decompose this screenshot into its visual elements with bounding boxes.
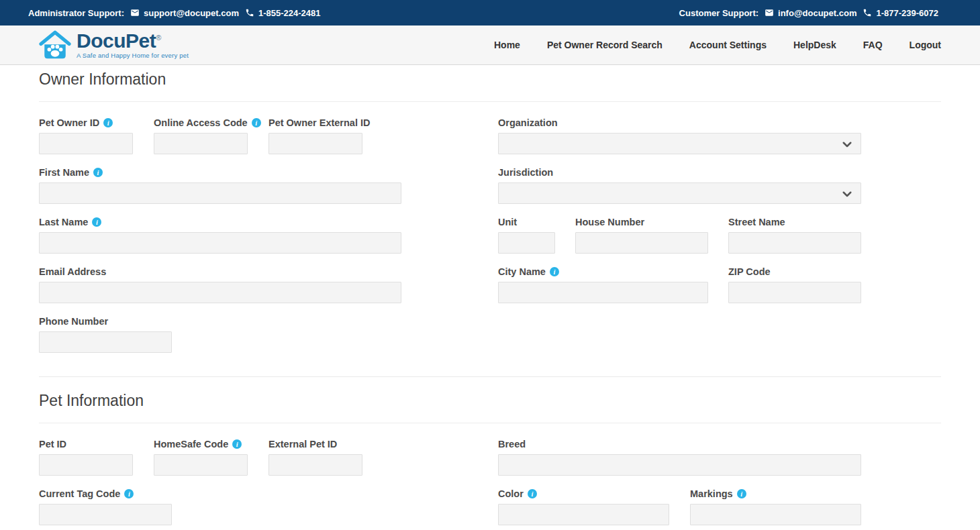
breed-label-text: Breed: [498, 439, 526, 449]
pet-owner-id-input[interactable]: [39, 133, 133, 154]
info-circle-icon[interactable]: i: [737, 489, 746, 498]
online-access-code-label: Online Access Code i: [154, 117, 248, 129]
homesafe-code-input[interactable]: [154, 454, 248, 476]
field-pet-owner-id: Pet Owner ID i: [39, 117, 133, 154]
pet-row-ids: Pet ID HomeSafe Code i External Pet ID: [39, 438, 941, 476]
external-pet-id-label-text: External Pet ID: [268, 439, 337, 449]
house-number-input[interactable]: [575, 232, 708, 254]
main-content: Owner Information Pet Owner ID i Online …: [0, 65, 980, 525]
info-circle-icon[interactable]: i: [92, 217, 101, 227]
pet-owner-id-label: Pet Owner ID i: [39, 117, 133, 129]
nav-faq[interactable]: FAQ: [863, 40, 883, 50]
owner-information-title: Owner Information: [39, 65, 941, 102]
unit-label: Unit: [498, 216, 555, 228]
house-number-label: House Number: [575, 216, 708, 228]
admin-support-label: Administrator Support:: [28, 8, 124, 18]
info-circle-icon[interactable]: i: [124, 489, 134, 498]
admin-support-email-link[interactable]: support@docupet.com: [130, 8, 239, 18]
online-access-code-label-text: Online Access Code: [154, 117, 248, 128]
info-circle-icon[interactable]: i: [103, 118, 113, 127]
nav-account-settings[interactable]: Account Settings: [689, 40, 767, 50]
pet-color-markings-fields: Color i Markings i: [498, 488, 861, 525]
markings-label: Markings i: [690, 488, 861, 500]
customer-support-email: info@docupet.com: [778, 8, 856, 18]
current-tag-code-input[interactable]: [39, 504, 172, 525]
customer-support-phone: 1-877-239-6072: [876, 8, 938, 18]
pet-id-input[interactable]: [39, 454, 133, 476]
color-label-text: Color: [498, 488, 524, 499]
phone-number-label-text: Phone Number: [39, 316, 108, 327]
info-circle-icon[interactable]: i: [232, 439, 242, 449]
chevron-down-icon: [841, 188, 853, 200]
owner-information-form: Pet Owner ID i Online Access Code i Pet …: [39, 102, 941, 353]
phone-icon: [863, 8, 872, 17]
customer-support-label: Customer Support:: [679, 8, 758, 18]
jurisdiction-select[interactable]: [498, 182, 861, 204]
customer-support-email-link[interactable]: info@docupet.com: [765, 8, 856, 18]
main-nav: Home Pet Owner Record Search Account Set…: [494, 40, 941, 50]
pet-row-tag-color: Current Tag Code i Color i Markings i: [39, 488, 941, 525]
pet-id-label: Pet ID: [39, 438, 133, 450]
field-city-name: City Name i: [498, 266, 708, 303]
street-name-input[interactable]: [728, 232, 861, 254]
pet-id-label-text: Pet ID: [39, 439, 66, 449]
info-circle-icon[interactable]: i: [528, 489, 537, 498]
online-access-code-input[interactable]: [154, 133, 248, 154]
phone-number-input[interactable]: [39, 331, 172, 353]
docupet-logo[interactable]: DocuPet® A Safe and Happy Home for every…: [39, 30, 189, 60]
unit-input[interactable]: [498, 232, 555, 254]
nav-home[interactable]: Home: [494, 40, 520, 50]
current-tag-code-label: Current Tag Code i: [39, 488, 401, 500]
admin-support-email: support@docupet.com: [144, 8, 239, 18]
breed-input[interactable]: [498, 454, 861, 476]
first-name-input[interactable]: [39, 182, 401, 204]
admin-support-phone-link[interactable]: 1-855-224-2481: [245, 8, 321, 18]
email-address-input[interactable]: [39, 282, 401, 303]
last-name-input[interactable]: [39, 232, 401, 254]
city-name-label: City Name i: [498, 266, 708, 278]
registered-mark: ®: [156, 34, 161, 42]
info-circle-icon[interactable]: i: [252, 118, 261, 127]
zip-code-label: ZIP Code: [728, 266, 861, 278]
owner-row-firstname: First Name i Jurisdiction: [39, 166, 941, 204]
pet-id-fields: Pet ID HomeSafe Code i External Pet ID: [39, 438, 401, 476]
field-street-name: Street Name: [728, 216, 861, 254]
organization-label: Organization: [498, 117, 861, 129]
logo-text: DocuPet® A Safe and Happy Home for every…: [77, 31, 189, 59]
field-color: Color i: [498, 488, 669, 525]
logo-wordmark: DocuPet®: [77, 31, 189, 51]
owner-row-phone: Phone Number: [39, 315, 941, 353]
pet-owner-external-id-label: Pet Owner External ID: [268, 117, 362, 129]
last-name-label: Last Name i: [39, 216, 401, 228]
chevron-down-icon: [841, 138, 853, 150]
field-jurisdiction: Jurisdiction: [498, 166, 861, 204]
unit-label-text: Unit: [498, 217, 517, 227]
nav-pet-owner-record-search[interactable]: Pet Owner Record Search: [547, 40, 663, 50]
organization-select[interactable]: [498, 133, 861, 154]
nav-logout[interactable]: Logout: [910, 40, 941, 50]
house-paw-icon: [39, 30, 71, 60]
field-breed: Breed: [498, 438, 861, 476]
external-pet-id-input[interactable]: [268, 454, 362, 476]
field-markings: Markings i: [690, 488, 861, 525]
info-circle-icon[interactable]: i: [550, 267, 559, 276]
street-name-label: Street Name: [728, 216, 861, 228]
markings-label-text: Markings: [690, 488, 733, 499]
pet-information-form: Pet ID HomeSafe Code i External Pet ID: [39, 423, 941, 525]
field-pet-id: Pet ID: [39, 438, 133, 476]
field-last-name: Last Name i: [39, 216, 401, 254]
markings-input[interactable]: [690, 504, 861, 525]
customer-support-phone-link[interactable]: 1-877-239-6072: [863, 8, 938, 18]
field-current-tag-code: Current Tag Code i: [39, 488, 401, 525]
owner-row-email-city: Email Address City Name i ZIP Code: [39, 266, 941, 303]
pet-owner-id-label-text: Pet Owner ID: [39, 117, 99, 128]
pet-owner-external-id-input[interactable]: [268, 133, 362, 154]
info-circle-icon[interactable]: i: [93, 168, 103, 177]
nav-helpdesk[interactable]: HelpDesk: [793, 40, 836, 50]
city-name-input[interactable]: [498, 282, 708, 303]
zip-code-input[interactable]: [728, 282, 861, 303]
field-homesafe-code: HomeSafe Code i: [154, 438, 248, 476]
owner-id-fields: Pet Owner ID i Online Access Code i Pet …: [39, 117, 401, 154]
envelope-icon: [130, 8, 140, 17]
color-input[interactable]: [498, 504, 669, 525]
